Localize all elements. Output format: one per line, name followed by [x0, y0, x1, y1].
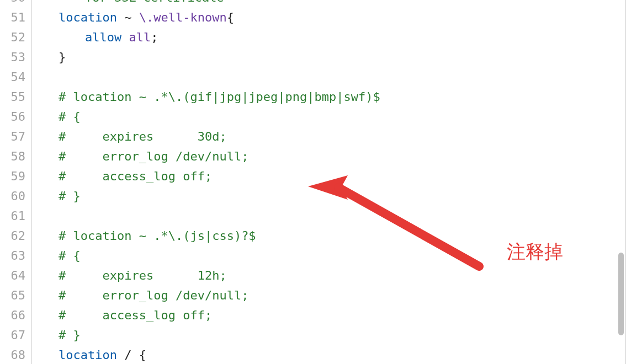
- line-number: 66: [0, 306, 25, 325]
- line-number: 62: [0, 226, 25, 246]
- code-line[interactable]: [32, 67, 626, 87]
- code-token: [117, 10, 124, 24]
- code-line[interactable]: location ~ \.well-known{: [32, 8, 626, 28]
- vertical-scrollbar-track[interactable]: [616, 0, 624, 364]
- vertical-scrollbar-thumb[interactable]: [618, 253, 624, 335]
- code-token: location: [59, 10, 117, 24]
- line-number: 53: [0, 47, 25, 67]
- code-line[interactable]: # expires 30d;: [32, 127, 626, 147]
- code-line[interactable]: # {: [32, 107, 626, 127]
- line-number: 60: [0, 186, 25, 206]
- line-number: 51: [0, 8, 25, 28]
- code-line[interactable]: for SSL certificate: [32, 0, 626, 8]
- code-line[interactable]: # {: [32, 246, 626, 266]
- code-line[interactable]: # error_log /dev/null;: [32, 286, 626, 306]
- line-number: 58: [0, 147, 25, 167]
- code-token: allow: [85, 30, 121, 44]
- code-token: for SSL certificate: [85, 0, 224, 4]
- code-body[interactable]: for SSL certificatelocation ~ \.well-kno…: [32, 0, 626, 364]
- code-token: # {: [59, 110, 81, 124]
- line-number: 54: [0, 67, 25, 87]
- code-token: /: [124, 348, 131, 362]
- code-token: # access_log off;: [59, 308, 212, 322]
- code-line[interactable]: location / {: [32, 345, 626, 364]
- line-number: 50: [0, 0, 25, 8]
- line-number-gutter: 50515253545556575859606162636465666768: [0, 0, 31, 364]
- code-token: # }: [59, 189, 81, 203]
- line-number: 55: [0, 87, 25, 107]
- line-number: 68: [0, 345, 25, 364]
- line-number: 56: [0, 107, 25, 127]
- code-token: # access_log off;: [59, 169, 212, 183]
- code-token: # {: [59, 249, 81, 263]
- code-token: all: [129, 30, 151, 44]
- line-number: 57: [0, 127, 25, 147]
- code-line[interactable]: # }: [32, 325, 626, 345]
- line-number: 64: [0, 266, 25, 286]
- code-token: }: [59, 50, 66, 64]
- code-token: # error_log /dev/null;: [59, 288, 248, 302]
- line-number: 59: [0, 167, 25, 186]
- code-line[interactable]: # access_log off;: [32, 306, 626, 325]
- code-token: # location ~ .*\.(js|css)?$: [59, 229, 256, 243]
- code-token: [131, 348, 139, 362]
- code-line[interactable]: allow all;: [32, 28, 626, 47]
- code-line[interactable]: # location ~ .*\.(js|css)?$: [32, 226, 626, 246]
- code-line[interactable]: [32, 206, 626, 226]
- code-token: # location ~ .*\.(gif|jpg|jpeg|png|bmp|s…: [59, 90, 380, 104]
- code-token: {: [227, 10, 234, 24]
- code-token: {: [139, 348, 146, 362]
- code-line[interactable]: # access_log off;: [32, 167, 626, 186]
- code-token: location: [59, 348, 117, 362]
- line-number: 65: [0, 286, 25, 306]
- line-number: 67: [0, 325, 25, 345]
- code-line[interactable]: }: [32, 47, 626, 67]
- code-token: # expires 30d;: [59, 130, 227, 143]
- line-number: 61: [0, 206, 25, 226]
- code-line[interactable]: # }: [32, 186, 626, 206]
- code-line[interactable]: # error_log /dev/null;: [32, 147, 626, 167]
- code-token: ;: [151, 30, 158, 44]
- code-token: # }: [59, 328, 81, 342]
- code-token: [121, 30, 129, 44]
- code-line[interactable]: # location ~ .*\.(gif|jpg|jpeg|png|bmp|s…: [32, 87, 626, 107]
- code-token: [131, 10, 139, 24]
- line-number: 63: [0, 246, 25, 266]
- code-line[interactable]: # expires 12h;: [32, 266, 626, 286]
- code-token: \.well-known: [139, 10, 227, 24]
- code-token: # expires 12h;: [59, 269, 227, 282]
- line-number: 52: [0, 28, 25, 47]
- code-editor[interactable]: 50515253545556575859606162636465666768 f…: [0, 0, 626, 364]
- code-token: ~: [124, 10, 131, 24]
- code-token: [117, 348, 124, 362]
- code-token: # error_log /dev/null;: [59, 149, 248, 163]
